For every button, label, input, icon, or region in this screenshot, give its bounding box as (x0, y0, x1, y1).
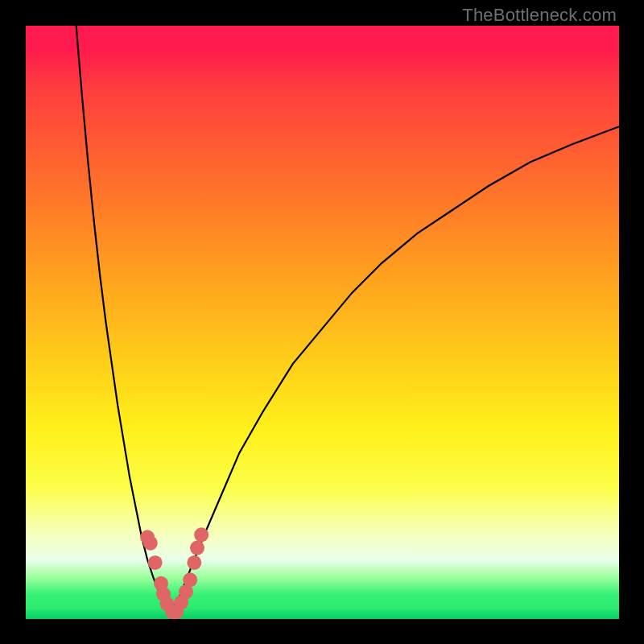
chart-frame: TheBottleneck.com (0, 0, 644, 644)
dot (148, 555, 163, 570)
plot-area (26, 26, 619, 619)
dot (187, 555, 201, 570)
dot (143, 536, 158, 551)
dot (183, 572, 197, 587)
dot (194, 527, 208, 542)
dot (190, 541, 204, 555)
curve-right (171, 126, 619, 613)
curves-layer (26, 26, 619, 619)
highlight-dots (140, 527, 208, 619)
watermark-text: TheBottleneck.com (462, 5, 617, 26)
curve-left (76, 26, 171, 613)
